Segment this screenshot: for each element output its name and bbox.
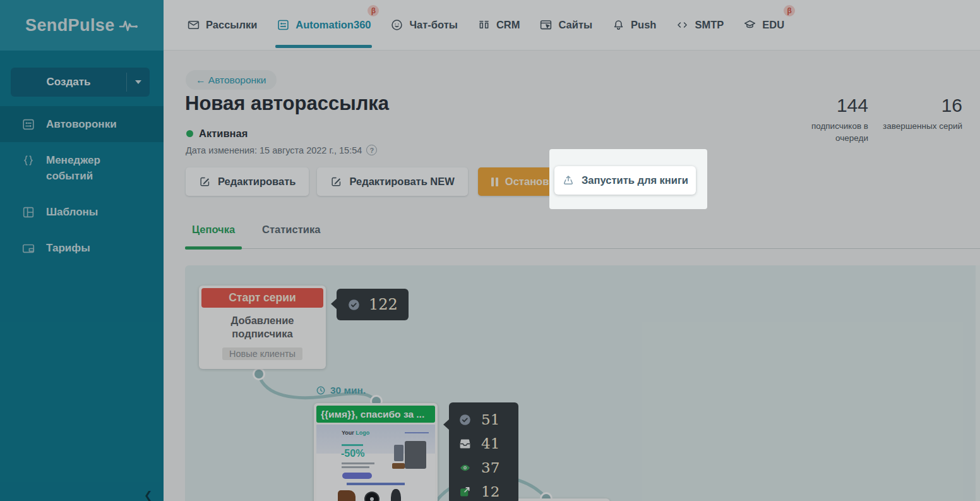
launch-icon: [562, 174, 575, 187]
launch-label: Запустить для книги: [582, 174, 688, 186]
launch-for-book-button[interactable]: Запустить для книги: [554, 166, 696, 195]
tour-dim-overlay: [0, 0, 980, 501]
tour-spotlight-panel: Запустить для книги: [549, 149, 707, 209]
